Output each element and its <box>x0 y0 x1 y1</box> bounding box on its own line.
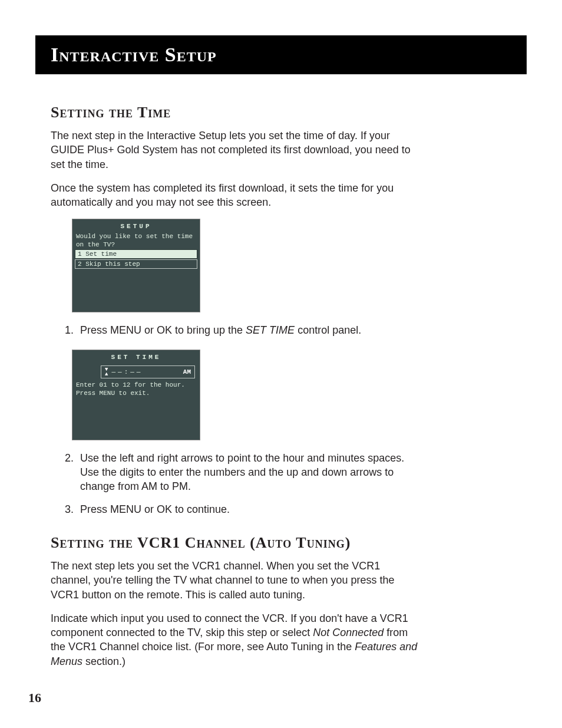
time-colon: : <box>124 368 128 375</box>
osd-time-field: ▼▲ — — : — — AM <box>101 365 195 378</box>
instruction-step: Use the left and right arrows to point t… <box>77 451 421 494</box>
osd-prompt: Would you like to set the time <box>72 232 200 241</box>
manual-page: Interactive Setup Setting the Time The n… <box>0 0 562 701</box>
step-text-italic: SET TIME <box>246 324 295 336</box>
time-placeholder: — <box>118 368 122 375</box>
step-text: Press MENU or OK to bring up the <box>80 324 246 336</box>
chapter-title: Interactive Setup <box>51 44 511 66</box>
osd-help-text: Enter 01 to 12 for the hour. <box>72 381 200 389</box>
time-placeholder: — <box>137 368 141 375</box>
paragraph: Indicate which input you used to connect… <box>51 611 421 668</box>
time-ampm: AM <box>183 368 191 375</box>
tv-screenshot-settime: SET TIME ▼▲ — — : — — AM Enter 01 to 12 … <box>72 350 200 440</box>
paragraph: The next step lets you set the VCR1 chan… <box>51 559 421 602</box>
step-text: control panel. <box>295 324 361 336</box>
instruction-list: Press MENU or OK to bring up the SET TIM… <box>61 323 421 337</box>
time-placeholder: — <box>111 368 115 375</box>
section-heading-vcr1: Setting the VCR1 Channel (Auto Tuning) <box>51 534 527 552</box>
chapter-banner: Interactive Setup <box>35 35 527 74</box>
osd-title: SET TIME <box>72 350 200 363</box>
osd-option-skip: 2 Skip this step <box>75 259 197 269</box>
paragraph: The next step in the Interactive Setup l… <box>51 129 421 172</box>
time-placeholder: — <box>130 368 134 375</box>
section-heading-time: Setting the Time <box>51 104 527 121</box>
arrow-updown-icon: ▼▲ <box>105 367 109 377</box>
osd-prompt: on the TV? <box>72 241 200 249</box>
instruction-step: Press MENU or OK to continue. <box>77 502 421 516</box>
instruction-list: Use the left and right arrows to point t… <box>61 451 421 516</box>
tv-screenshot-setup: SETUP Would you like to set the time on … <box>72 219 200 312</box>
instruction-step: Press MENU or OK to bring up the SET TIM… <box>77 323 421 337</box>
osd-option-set-time: 1 Set time <box>75 249 197 259</box>
osd-title: SETUP <box>72 219 200 232</box>
osd-help-text: Press MENU to exit. <box>72 389 200 397</box>
text-run: section.) <box>82 655 125 667</box>
text-run-italic: Not Connected <box>313 627 384 638</box>
page-number: 16 <box>28 690 41 706</box>
paragraph: Once the system has completed its first … <box>51 181 421 210</box>
